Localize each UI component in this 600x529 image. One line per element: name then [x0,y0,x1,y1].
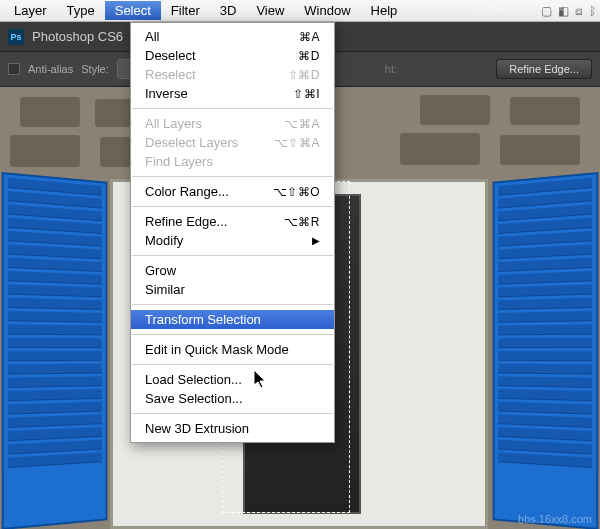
menu-item-shortcut: ⇧⌘D [288,68,320,82]
watermark-bottom: bbs.16xx8.com [518,513,592,525]
submenu-arrow-icon: ▶ [312,235,320,246]
menu-item-transform-selection[interactable]: Transform Selection [131,310,334,329]
menu-type[interactable]: Type [57,1,105,20]
menu-separator [132,304,333,305]
menu-item-label: Color Range... [145,184,273,199]
menu-window[interactable]: Window [294,1,360,20]
menu-item-edit-in-quick-mask-mode[interactable]: Edit in Quick Mask Mode [131,340,334,359]
style-label: Style: [81,63,109,75]
menu-3d[interactable]: 3D [210,1,247,20]
menu-item-label: New 3D Extrusion [145,421,320,436]
menu-separator [132,206,333,207]
menu-view[interactable]: View [246,1,294,20]
menu-item-shortcut: ⇧⌘I [293,87,320,101]
menu-item-label: Load Selection... [145,372,320,387]
menu-item-label: Find Layers [145,154,320,169]
menu-item-new-3d-extrusion[interactable]: New 3D Extrusion [131,419,334,438]
menu-separator [132,255,333,256]
menu-item-shortcut: ⌥⌘R [284,215,320,229]
menu-filter[interactable]: Filter [161,1,210,20]
menu-item-shortcut: ⌥⇧⌘A [274,136,320,150]
menu-item-shortcut: ⌥⌘A [284,117,320,131]
menu-separator [132,364,333,365]
menu-item-label: Grow [145,263,320,278]
menu-item-color-range[interactable]: Color Range...⌥⇧⌘O [131,182,334,201]
menu-separator [132,413,333,414]
menu-item-reselect: Reselect⇧⌘D [131,65,334,84]
menu-item-label: Transform Selection [145,312,320,327]
menu-item-find-layers: Find Layers [131,152,334,171]
menu-item-label: All Layers [145,116,284,131]
menu-item-label: Save Selection... [145,391,320,406]
menu-item-grow[interactable]: Grow [131,261,334,280]
menu-item-label: Deselect Layers [145,135,274,150]
menu-item-label: Modify [145,233,312,248]
menu-layer[interactable]: Layer [4,1,57,20]
menu-separator [132,108,333,109]
menu-item-label: Reselect [145,67,288,82]
menu-item-refine-edge[interactable]: Refine Edge...⌥⌘R [131,212,334,231]
refine-edge-button[interactable]: Refine Edge... [496,59,592,79]
menu-item-deselect[interactable]: Deselect⌘D [131,46,334,65]
watermark-top: 思缘设计论坛 PS教程论坛 [475,0,594,14]
menu-item-shortcut: ⌘A [299,30,320,44]
shutter-left [2,172,108,529]
menu-item-label: Deselect [145,48,298,63]
height-label: ht: [385,63,397,75]
menu-select[interactable]: Select [105,1,161,20]
menu-item-inverse[interactable]: Inverse⇧⌘I [131,84,334,103]
menu-item-shortcut: ⌘D [298,49,320,63]
menu-separator [132,334,333,335]
menu-separator [132,176,333,177]
menu-item-deselect-layers: Deselect Layers⌥⇧⌘A [131,133,334,152]
menu-item-all-layers: All Layers⌥⌘A [131,114,334,133]
menu-item-save-selection[interactable]: Save Selection... [131,389,334,408]
menu-item-load-selection[interactable]: Load Selection... [131,370,334,389]
shutter-right [493,172,599,529]
menu-item-label: Refine Edge... [145,214,284,229]
menu-item-label: All [145,29,299,44]
menu-item-modify[interactable]: Modify▶ [131,231,334,250]
antialias-checkbox[interactable] [8,63,20,75]
menu-item-shortcut: ⌥⇧⌘O [273,185,320,199]
menu-item-label: Similar [145,282,320,297]
menu-item-label: Inverse [145,86,293,101]
menu-item-label: Edit in Quick Mask Mode [145,342,320,357]
menu-item-all[interactable]: All⌘A [131,27,334,46]
select-menu-dropdown: All⌘ADeselect⌘DReselect⇧⌘DInverse⇧⌘IAll … [130,22,335,443]
ps-logo-icon: Ps [8,29,24,45]
menu-help[interactable]: Help [361,1,408,20]
antialias-label: Anti-alias [28,63,73,75]
menu-item-similar[interactable]: Similar [131,280,334,299]
